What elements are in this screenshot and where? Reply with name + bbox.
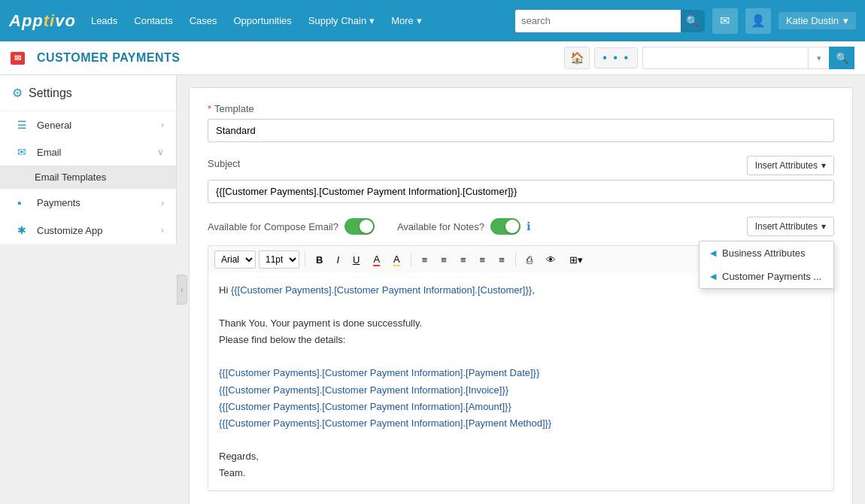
compose-email-toggle-group: Available for Compose Email? (208, 218, 375, 235)
editor-line-payment-date: {{[Customer Payments].[Customer Payment … (219, 365, 823, 381)
global-search-button[interactable]: 🔍 (681, 10, 705, 32)
nav-leads[interactable]: Leads (90, 12, 119, 29)
notes-label: Available for Notes? (397, 221, 484, 232)
sub-search-submit-button[interactable]: 🔍 (829, 47, 854, 69)
user-name-label: Katie Dustin (786, 15, 839, 26)
nav-contacts[interactable]: Contacts (132, 12, 174, 29)
editor-line-team: Team. (219, 465, 823, 481)
template-label: * Template (208, 103, 834, 114)
user-menu-button[interactable]: Katie Dustin ▾ (778, 12, 856, 29)
editor-line-blank2 (219, 348, 823, 365)
table-insert-button[interactable]: ⊞▾ (564, 250, 588, 269)
notes-info-icon[interactable]: ℹ (527, 220, 531, 233)
body-insert-attributes-arrow: ▾ (821, 221, 826, 232)
home-button[interactable]: 🏠 (564, 47, 590, 69)
sidebar-payments-label: Payments (37, 197, 153, 208)
sidebar-panel: ⚙ Settings ☰ General › ✉ Email ∨ Email T… (0, 75, 177, 244)
preview-button[interactable]: 👁 (541, 250, 561, 269)
font-size-select[interactable]: 11pt (259, 250, 299, 269)
bg-color-button[interactable]: A (388, 250, 405, 269)
print-button[interactable]: ⎙ (521, 250, 538, 269)
payments-arrow-icon: › (161, 198, 164, 208)
email-icon: ✉ (17, 146, 29, 158)
insert-attributes-arrow-icon: ▾ (821, 160, 826, 171)
compose-email-toggle[interactable] (344, 218, 375, 235)
editor-line-thankyou: Thank You. Your payment is done successf… (219, 315, 823, 332)
notes-toggle[interactable] (490, 218, 521, 235)
nav-cases[interactable]: Cases (188, 12, 219, 29)
global-search-bar[interactable]: 🔍 (515, 10, 705, 32)
sidebar-general-label: General (37, 120, 153, 131)
bg-color-a-icon: A (393, 254, 400, 266)
subject-row: Subject Insert Attributes ▾ (208, 156, 834, 175)
dropdown-business-attributes[interactable]: ◀ Business Attributes (700, 241, 833, 265)
template-input[interactable] (208, 119, 834, 142)
main-layout: ⚙ Settings ☰ General › ✉ Email ∨ Email T… (0, 75, 865, 504)
toolbar-separator-3 (515, 252, 516, 267)
insert-attributes-label: Insert Attributes (755, 160, 818, 171)
subject-insert-attributes-button[interactable]: Insert Attributes ▾ (747, 156, 834, 175)
subject-field-group: Subject Insert Attributes ▾ (208, 156, 834, 203)
page-flag: ✉ (11, 52, 25, 65)
subject-input[interactable] (208, 180, 834, 203)
sub-header: ✉ CUSTOMER PAYMENTS 🏠 • • • ▾ 🔍 (0, 41, 865, 75)
logo-text: Apptivo (9, 11, 76, 31)
email-editor-body[interactable]: Hi {{[Customer Payments].[Customer Payme… (208, 273, 834, 491)
align-left-button[interactable]: ≡ (417, 250, 433, 269)
editor-line-amount: {{[Customer Payments].[Customer Payment … (219, 399, 823, 415)
table-icon: ⊞▾ (569, 254, 583, 266)
more-options-button[interactable]: • • • (594, 47, 638, 68)
sidebar-collapse-button[interactable]: ‹ (177, 275, 187, 305)
general-arrow-icon: › (161, 120, 164, 130)
body-insert-attributes-button[interactable]: Insert Attributes ▾ (747, 217, 834, 236)
sub-search: ▾ 🔍 (642, 47, 854, 69)
nav-more[interactable]: More ▾ (390, 12, 423, 29)
email-collapse-icon: ∨ (157, 147, 164, 157)
nav-opportunities[interactable]: Opportunities (232, 12, 293, 29)
notes-toggle-group: Available for Notes? ℹ (397, 218, 531, 235)
notifications-icon-button[interactable]: 👤 (745, 8, 771, 34)
sub-search-dropdown-button[interactable]: ▾ (808, 47, 829, 69)
sidebar-item-payments[interactable]: ▪ Payments › (0, 189, 176, 217)
sub-search-input[interactable] (642, 47, 808, 69)
template-field-group: * Template (208, 103, 834, 142)
payments-icon: ▪ (17, 196, 29, 209)
editor-field-amount: {{[Customer Payments].[Customer Payment … (219, 401, 511, 412)
customer-payments-arrow-icon: ◀ (710, 272, 716, 281)
editor-field-payment-date: {{[Customer Payments].[Customer Payment … (219, 367, 539, 378)
business-attr-label: Business Attributes (722, 247, 806, 259)
customize-icon: ✱ (17, 224, 29, 236)
sidebar-item-customize[interactable]: ✱ Customize App › (0, 217, 176, 244)
body-insert-attr-wrapper: Insert Attributes ▾ ◀ Business Attribute… (747, 217, 834, 236)
sidebar-email-label: Email (37, 147, 150, 158)
sidebar-title-label: Settings (29, 87, 72, 100)
bold-button[interactable]: B (311, 250, 328, 269)
align-right-button[interactable]: ≡ (455, 250, 472, 269)
preview-eye-icon: 👁 (546, 254, 556, 266)
sidebar-item-general[interactable]: ☰ General › (0, 111, 176, 138)
sidebar-item-email[interactable]: ✉ Email ∨ (0, 138, 176, 165)
content-area: * Template Subject Insert Attributes ▾ (177, 75, 865, 504)
italic-button[interactable]: I (331, 250, 344, 269)
editor-field-payment-method: {{[Customer Payments].[Customer Payment … (219, 417, 551, 429)
justify-button[interactable]: ≡ (475, 250, 491, 269)
toggles-row: Available for Compose Email? Available f… (208, 217, 834, 236)
font-color-a-icon: A (373, 254, 380, 266)
app-logo[interactable]: Apptivo (9, 11, 76, 31)
dropdown-customer-payments[interactable]: ◀ Customer Payments ... (700, 265, 833, 288)
global-search-input[interactable] (515, 10, 681, 32)
font-family-select[interactable]: Arial (214, 250, 256, 269)
sidebar-sub-email-templates[interactable]: Email Templates (0, 165, 176, 189)
sub-header-right: 🏠 • • • ▾ 🔍 (564, 47, 854, 69)
nav-supply-chain[interactable]: Supply Chain ▾ (307, 12, 376, 29)
settings-gear-icon: ⚙ (12, 86, 23, 100)
content-panel: * Template Subject Insert Attributes ▾ (189, 87, 853, 504)
more-format-button[interactable]: ≡ (493, 250, 510, 269)
underline-button[interactable]: U (348, 250, 365, 269)
messages-icon-button[interactable]: ✉ (712, 8, 738, 34)
font-color-button[interactable]: A (368, 250, 385, 269)
align-center-button[interactable]: ≡ (436, 250, 452, 269)
business-attr-arrow-icon: ◀ (710, 248, 716, 258)
general-icon: ☰ (17, 119, 29, 131)
page-title: CUSTOMER PAYMENTS (37, 51, 557, 65)
